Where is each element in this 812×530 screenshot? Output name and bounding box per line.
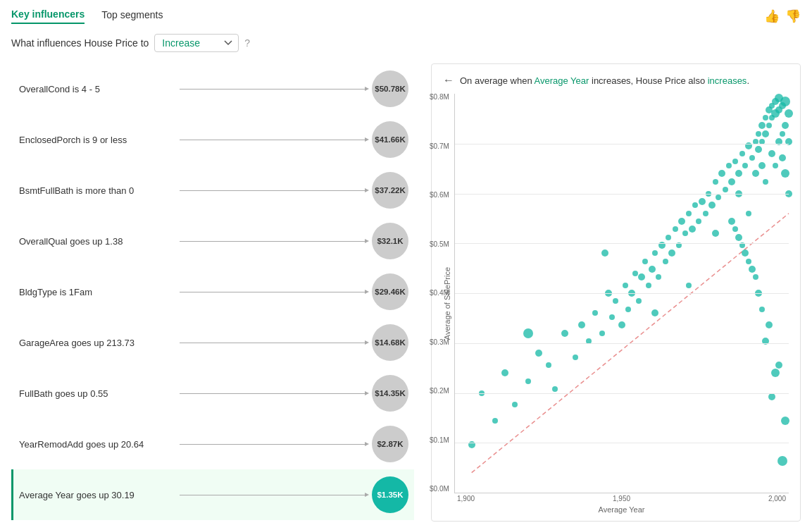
tab-key-influencers[interactable]: Key influencers: [11, 8, 85, 24]
influencer-value: $14.68K: [372, 324, 408, 361]
scatter-dot: [718, 170, 725, 177]
scatter-dot: [652, 250, 658, 256]
scatter-dot: [742, 249, 749, 257]
influencers-panel: OverallCond is 4 - 5 $50.78K EnclosedPor…: [11, 63, 420, 522]
scatter-dot: [781, 169, 789, 178]
scatter-dot: [785, 109, 793, 118]
influencer-bar-line: [180, 292, 366, 292]
scatter-dot: [749, 155, 755, 161]
influencer-label: BsmtFullBath is more than 0: [19, 185, 174, 196]
scatter-dot: [699, 198, 706, 205]
help-icon[interactable]: ?: [244, 37, 250, 49]
scatter-dot: [678, 218, 685, 225]
scatter-dot: [746, 259, 751, 264]
influencer-item-8[interactable]: YearRemodAdd goes up 20.64 $2.87K: [11, 419, 414, 469]
scatter-dot: [561, 330, 568, 337]
scatter-dot: [546, 362, 551, 368]
scatter-dot: [708, 202, 716, 209]
chart-highlight-text2: increases: [708, 75, 747, 86]
influencer-item-2[interactable]: EnclosedPorch is 9 or less $41.66K: [11, 114, 414, 165]
scatter-dot: [739, 151, 745, 156]
y-tick: $0.7M: [430, 143, 449, 150]
influence-direction-dropdown[interactable]: Increase Decrease: [154, 34, 239, 52]
scatter-dot: [552, 386, 558, 392]
influencer-item-5[interactable]: BldgType is 1Fam $29.46K: [11, 266, 414, 317]
influencer-label: OverallQual goes up 1.38: [19, 236, 174, 247]
back-arrow-icon[interactable]: ←: [443, 74, 454, 87]
chart-highlight-text: Average Year: [535, 75, 589, 86]
influencer-bar-line: [180, 393, 366, 394]
scatter-dot: [632, 271, 638, 276]
scatter-dot: [668, 249, 675, 257]
grid-line: [455, 343, 789, 344]
thumbs-down-button[interactable]: 👎: [785, 8, 801, 24]
scatter-dot: [780, 97, 790, 106]
scatter-dot: [773, 163, 778, 168]
chart-description: On average when Average Year increases, …: [460, 75, 749, 86]
influencer-item-6[interactable]: GarageArea goes up 213.73 $14.68K: [11, 317, 414, 368]
scatter-dot: [636, 298, 642, 304]
influencer-item-1[interactable]: OverallCond is 4 - 5 $50.78K: [11, 63, 414, 114]
scatter-dot: [689, 226, 696, 233]
influencer-value: $37.22K: [372, 172, 408, 209]
influencer-bar-line: [180, 444, 366, 445]
scatter-dot: [651, 309, 658, 316]
influencer-item-4[interactable]: OverallQual goes up 1.38 $32.1K: [11, 216, 414, 266]
chart-panel: ← On average when Average Year increases…: [431, 63, 801, 522]
y-tick: $0.5M: [430, 241, 449, 248]
scatter-dot: [525, 378, 531, 384]
scatter-dot: [755, 146, 762, 153]
influencer-label: EnclosedPorch is 9 or less: [19, 135, 174, 145]
scatter-dot: [686, 211, 692, 216]
scatter-dot: [723, 187, 728, 192]
scatter-dot: [756, 131, 761, 137]
scatter-dot: [768, 150, 775, 157]
scatter-dot: [623, 283, 628, 288]
main-content: OverallCond is 4 - 5 $50.78K EnclosedPor…: [11, 63, 801, 522]
chart-area: Average of SalePrice $0.8M$0.7M$0.6M$0.5…: [443, 94, 789, 514]
influencer-label: BldgType is 1Fam: [19, 287, 174, 297]
scatter-dot: [703, 211, 708, 216]
grid-line: [455, 293, 789, 294]
scatter-dot: [758, 162, 766, 169]
question-bar: What influences House Price to Increase …: [11, 34, 801, 52]
scatter-dot: [649, 266, 656, 273]
influencer-label: GarageArea goes up 213.73: [19, 338, 174, 348]
tab-top-segments[interactable]: Top segments: [101, 9, 163, 23]
influencer-item-9[interactable]: Average Year goes up 30.19 $1.35K: [11, 469, 414, 520]
scatter-dot: [771, 369, 780, 377]
y-tick: $0.1M: [430, 437, 449, 444]
grid-line: [455, 243, 789, 244]
scatter-dot: [712, 230, 719, 237]
question-prefix: What influences House Price to: [11, 37, 149, 49]
x-tick: 1,950: [613, 495, 630, 503]
scatter-dot: [732, 159, 738, 164]
x-tick: 2,000: [768, 495, 786, 503]
chart-plot: $0.8M$0.7M$0.6M$0.5M$0.4M$0.3M$0.2M$0.1M…: [454, 94, 789, 493]
x-axis-label: Average Year: [454, 505, 789, 514]
influencer-label: FullBath goes up 0.55: [19, 388, 174, 399]
scatter-dot: [523, 328, 533, 338]
scatter-dot: [735, 170, 742, 177]
influencer-label: YearRemodAdd goes up 20.64: [19, 439, 174, 450]
scatter-dot: [766, 321, 773, 328]
x-tick: 1,900: [457, 495, 475, 503]
grid-line: [455, 194, 789, 195]
scatter-dot: [592, 310, 598, 316]
y-tick: $0.0M: [430, 486, 449, 493]
grid-line: [455, 393, 789, 394]
scatter-dot: [768, 393, 775, 400]
scatter-dot: [609, 314, 615, 320]
influencer-item-7[interactable]: FullBath goes up 0.55 $14.35K: [11, 368, 414, 419]
influencer-value: $41.66K: [372, 121, 408, 158]
scatter-dot: [578, 321, 585, 328]
app-container: Key influencers Top segments 👍 👎 What in…: [0, 0, 812, 530]
thumbs-up-button[interactable]: 👍: [764, 8, 780, 24]
influencer-item-3[interactable]: BsmtFullBath is more than 0 $37.22K: [11, 165, 414, 216]
scatter-dot: [742, 163, 748, 168]
influencer-value: $1.35K: [372, 476, 408, 513]
grid-line: [455, 443, 789, 443]
scatter-dot: [762, 130, 769, 137]
scatter-dot: [492, 418, 498, 424]
scatter-dot: [780, 131, 785, 137]
